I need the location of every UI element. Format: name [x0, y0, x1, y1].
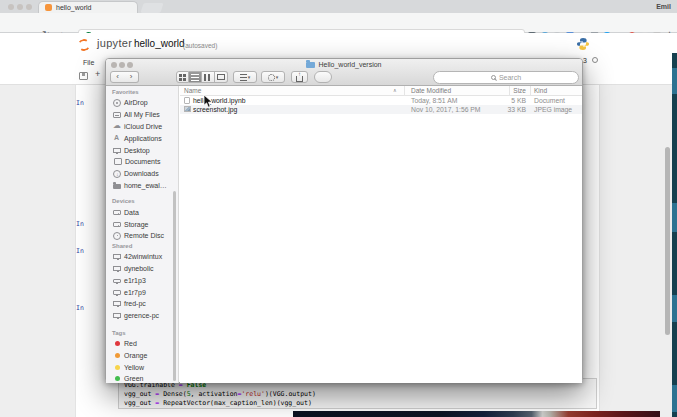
monitor-icon — [113, 148, 121, 153]
finder-sidebar: FavoritesAirDropAll My FilesiCloud Drive… — [106, 86, 179, 383]
sidebar-item-e1r1p3[interactable]: e1r1p3 — [106, 274, 178, 286]
file-kind: JPEG image — [534, 106, 572, 113]
sidebar-item-label: AirDrop — [124, 99, 148, 106]
arrange-icon — [240, 74, 247, 81]
sidebar-item-label: Remote Disc — [124, 232, 164, 239]
sidebar-item-label: Green — [124, 375, 143, 382]
column-header-name[interactable]: Name — [184, 87, 201, 94]
cloud-icon — [113, 122, 121, 130]
column-header-modified[interactable]: Date Modified — [411, 87, 451, 94]
down-icon — [113, 170, 121, 178]
sidebar-item-home-ewal-[interactable]: home_ewal… — [106, 180, 178, 192]
save-icon[interactable] — [79, 72, 88, 80]
arrange-menu-button[interactable]: ▾ — [233, 71, 257, 83]
sidebar-item-desktop[interactable]: Desktop — [106, 144, 178, 156]
sidebar-item-label: e1r1p3 — [124, 277, 146, 284]
file-size: 33 KB — [500, 106, 526, 113]
sidebar-item-label: All My Files — [124, 111, 160, 118]
tag-icon — [115, 365, 120, 370]
sidebar-item-label: iCloud Drive — [124, 123, 162, 130]
sidebar-item-gerence-pc[interactable]: gerence-pc — [106, 310, 178, 322]
file-row[interactable]: screenshot.jpgNov 10, 2017, 1:56 PM33 KB… — [180, 105, 582, 114]
sidebar-section-label: Favorites — [112, 88, 178, 96]
sidebar-item-airdrop[interactable]: AirDrop — [106, 97, 178, 109]
file-date-modified: Nov 10, 2017, 1:56 PM — [411, 106, 481, 113]
profile-label[interactable]: Emil — [656, 3, 671, 10]
sidebar-item-42winwintux[interactable]: 42winwintux — [106, 251, 178, 263]
column-header-row[interactable]: Name ∧ Date Modified Size Kind — [180, 86, 582, 96]
icon-view-button[interactable] — [176, 71, 189, 83]
sidebar-item-all-my-files[interactable]: All My Files — [106, 109, 178, 121]
sidebar-item-e1r7p9[interactable]: e1r7p9 — [106, 286, 178, 298]
column-view-icon — [204, 74, 212, 81]
file-name: hello_world.ipynb — [193, 97, 246, 104]
column-header-size[interactable]: Size — [510, 87, 526, 94]
column-divider[interactable] — [404, 86, 405, 96]
finder-back-button[interactable]: ‹ — [110, 71, 125, 83]
sidebar-item-label: fred-pc — [124, 300, 146, 307]
output-image-strip — [293, 411, 660, 417]
coverflow-view-button[interactable] — [215, 71, 228, 83]
sidebar-item-downloads[interactable]: Downloads — [106, 168, 178, 180]
mouse-cursor — [203, 94, 214, 109]
finder-titlebar[interactable]: Hello_world_version ‹ › ▾ ▾ Search — [106, 59, 582, 86]
sidebar-scrollbar[interactable] — [173, 191, 176, 381]
sidebar-item-icloud-drive[interactable]: iCloud Drive — [106, 121, 178, 133]
disc-icon — [113, 232, 121, 240]
sidebar-item-yellow[interactable]: Yellow — [106, 361, 178, 373]
search-field[interactable]: Search — [433, 71, 579, 84]
finder-window[interactable]: Hello_world_version ‹ › ▾ ▾ Search Name … — [105, 58, 583, 383]
browser-tab[interactable]: hello_world — [38, 1, 138, 13]
finder-forward-button[interactable]: › — [124, 71, 139, 83]
sidebar-item-applications[interactable]: Applications — [106, 132, 178, 144]
sidebar-item-storage[interactable]: Storage — [106, 218, 178, 230]
tag-icon — [115, 376, 120, 381]
sidebar-item-red[interactable]: Red — [106, 338, 178, 350]
cell-prompt: In — [76, 220, 84, 228]
sidebar-item-green[interactable]: Green — [106, 373, 178, 383]
edge-highlight — [672, 295, 677, 322]
window-minimize-button[interactable] — [17, 4, 23, 10]
share-button[interactable] — [291, 71, 308, 83]
page-scrollbar[interactable] — [665, 147, 670, 335]
edge-highlight — [672, 385, 677, 412]
add-cell-button[interactable]: + — [95, 69, 100, 79]
sidebar-item-orange[interactable]: Orange — [106, 349, 178, 361]
drive-icon — [113, 222, 121, 227]
sidebar-item-remote-disc[interactable]: Remote Disc — [106, 230, 178, 242]
notebook-title[interactable]: hello_world — [134, 38, 185, 49]
screen-edge-strip — [672, 53, 677, 417]
code-line: vgg_out = Dense(5, activation='relu')(VG… — [124, 390, 596, 399]
sidebar-item-label: e1r7p9 — [124, 289, 146, 296]
search-icon — [491, 75, 496, 80]
sidebar-item-fred-pc[interactable]: fred-pc — [106, 298, 178, 310]
column-header-kind[interactable]: Kind — [534, 87, 547, 94]
jupyter-favicon-icon — [45, 4, 52, 11]
file-menu[interactable]: File — [83, 59, 94, 66]
list-view-button[interactable] — [189, 71, 202, 83]
action-menu-button[interactable]: ▾ — [261, 71, 285, 83]
sidebar-item-label: dynebolic — [124, 265, 154, 272]
gear-icon — [268, 74, 275, 81]
pc-icon — [113, 301, 121, 306]
kernel-name-fragment: 3 — [583, 57, 587, 64]
a-icon — [113, 134, 121, 142]
window-zoom-button[interactable] — [26, 4, 32, 10]
sidebar-item-dynebolic[interactable]: dynebolic — [106, 263, 178, 275]
window-close-button[interactable] — [8, 4, 14, 10]
file-row[interactable]: hello_world.ipynbToday, 8:51 AM5 KBDocum… — [180, 96, 582, 105]
column-divider[interactable] — [530, 86, 531, 96]
new-tab-button[interactable] — [140, 3, 163, 13]
sidebar-item-label: Desktop — [124, 147, 150, 154]
autosave-status: (autosaved) — [183, 42, 217, 49]
sidebar-item-label: Red — [124, 340, 137, 347]
sidebar-item-documents[interactable]: Documents — [106, 156, 178, 168]
file-list: hello_world.ipynbToday, 8:51 AM5 KBDocum… — [180, 96, 582, 383]
tags-button[interactable] — [314, 71, 332, 83]
file-size: 5 KB — [500, 97, 526, 104]
sidebar-item-data[interactable]: Data — [106, 206, 178, 218]
sidebar-item-label: home_ewal… — [124, 182, 167, 189]
tab-title: hello_world — [56, 4, 91, 11]
column-view-button[interactable] — [202, 71, 215, 83]
sidebar-section-label: Devices — [112, 197, 178, 205]
